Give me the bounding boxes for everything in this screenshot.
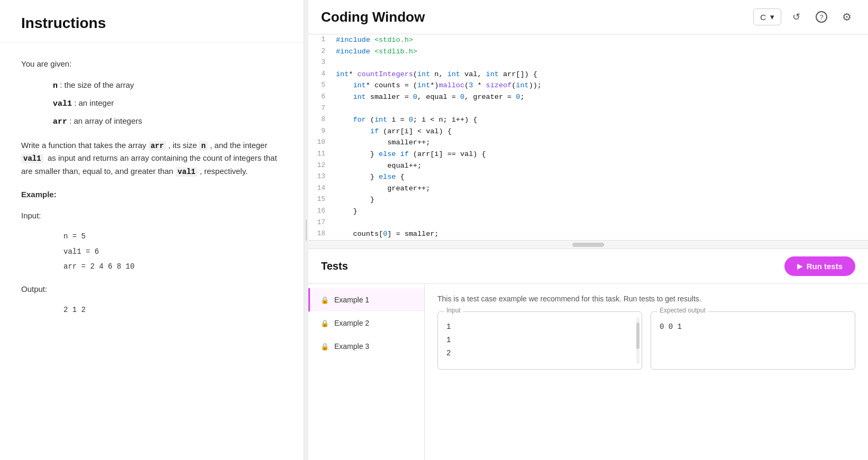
code-row: 6 int smaller = 0, equal = 0, greater = …: [308, 91, 868, 103]
code-row: 15 }: [308, 194, 868, 206]
horizontal-scrollbar[interactable]: [308, 241, 868, 249]
tests-header: Tests ▶ Run tests: [308, 249, 868, 284]
example-label-2: Example 2: [334, 319, 369, 327]
list-item: arr : an array of integers: [53, 115, 282, 128]
input-panel-label: Input: [444, 307, 463, 314]
input-value-val1: val1 = 6: [63, 246, 282, 257]
item-name-val1: val1: [53, 99, 72, 108]
reset-icon: ↺: [792, 11, 800, 23]
code-content: #include <stdlib.h>: [334, 46, 868, 58]
output-value: 2 1 2: [63, 304, 282, 316]
lock-icon-3: 🔒: [321, 343, 329, 351]
tests-body: 🔒 Example 1 🔒 Example 2 🔒 Example 3 This…: [308, 284, 868, 460]
code-val1: val1: [21, 154, 43, 163]
lock-icon-1: 🔒: [321, 296, 329, 304]
line-number: 3: [308, 57, 334, 69]
item-desc-arr: : an array of integers: [69, 116, 142, 125]
line-number: 10: [308, 137, 334, 149]
example-section: Example: Input: n = 5 val1 = 6 arr = 2 4…: [21, 188, 282, 316]
scroll-thumb: [572, 243, 604, 247]
code-content: [334, 57, 868, 69]
input-value-arr: arr = 2 4 6 8 10: [63, 261, 282, 272]
code-content: if (arr[i] < val) {: [334, 126, 868, 137]
main-container: Instructions You are given: n : the size…: [0, 0, 868, 460]
list-item: n : the size of the array: [53, 79, 282, 93]
lock-icon-2: 🔒: [321, 319, 329, 327]
line-number: 2: [308, 46, 334, 58]
code-row: 4int* countIntegers(int n, int val, int …: [308, 69, 868, 80]
instructions-panel: Instructions You are given: n : the size…: [0, 0, 304, 460]
line-number: 16: [308, 206, 334, 217]
code-editor[interactable]: 1#include <stdio.h>2#include <stdlib.h>3…: [308, 34, 868, 241]
expected-output-panel: Expected output 0 0 1: [651, 311, 855, 370]
line-number: 13: [308, 171, 334, 183]
code-row: 5 int* counts = (int*)malloc(3 * sizeof(…: [308, 80, 868, 91]
input-value-n: n = 5: [63, 231, 282, 242]
example-item-3[interactable]: 🔒 Example 3: [308, 335, 424, 358]
run-tests-button[interactable]: ▶ Run tests: [784, 256, 855, 276]
example-item-1[interactable]: 🔒 Example 1: [308, 288, 424, 311]
coding-header: Coding Window C ▾ ↺ ? ⚙: [308, 0, 868, 34]
code-content: equal++;: [334, 160, 868, 172]
code-content: } else {: [334, 171, 868, 183]
output-label: Output:: [21, 283, 282, 296]
io-panels: Input 112 Expected output 0 0 1: [437, 311, 855, 370]
code-row: 16 }: [308, 206, 868, 217]
code-row: 17: [308, 217, 868, 229]
code-row: 1#include <stdio.h>: [308, 34, 868, 46]
example-label-1: Example 1: [334, 296, 369, 304]
line-number: 9: [308, 126, 334, 137]
line-number: 8: [308, 114, 334, 126]
line-number: 15: [308, 194, 334, 206]
help-icon: ?: [816, 11, 827, 23]
help-button[interactable]: ?: [813, 8, 830, 25]
line-number: 17: [308, 217, 334, 229]
line-number: 6: [308, 91, 334, 103]
list-item: val1 : an integer: [53, 97, 282, 111]
code-row: 3: [308, 57, 868, 69]
input-value-line: 1: [446, 320, 633, 334]
item-name-n: n: [53, 81, 58, 90]
code-row: 7: [308, 103, 868, 115]
code-content: } else if (arr[i] == val) {: [334, 149, 868, 160]
code-content: #include <stdio.h>: [334, 34, 868, 46]
test-description: This is a test case example we recommend…: [437, 295, 855, 303]
example-label-3: Example 3: [334, 342, 369, 351]
input-value-line: 1: [446, 334, 633, 347]
code-arr: arr: [149, 141, 166, 151]
instructions-description: Write a function that takes the array ar…: [21, 139, 282, 178]
code-row: 18 counts[0] = smaller;: [308, 228, 868, 240]
instructions-title: Instructions: [21, 15, 282, 32]
reset-button[interactable]: ↺: [788, 8, 805, 25]
code-content: [334, 103, 868, 115]
code-content: }: [334, 194, 868, 206]
settings-button[interactable]: ⚙: [838, 8, 855, 25]
instructions-header: Instructions: [0, 0, 304, 43]
code-val1-2: val1: [176, 167, 198, 177]
tests-title: Tests: [321, 260, 784, 272]
example-label: Example:: [21, 188, 282, 201]
panel-divider[interactable]: [304, 0, 308, 460]
line-number: 1: [308, 34, 334, 46]
instructions-intro: You are given:: [21, 58, 282, 70]
chevron-down-icon: ▾: [770, 12, 774, 22]
code-row: 10 smaller++;: [308, 137, 868, 149]
expected-output-content: 0 0 1: [651, 312, 855, 342]
language-selector[interactable]: C ▾: [753, 8, 781, 25]
item-desc-n: : the size of the array: [60, 80, 134, 89]
input-scrollbar[interactable]: [636, 317, 639, 364]
code-content: for (int i = 0; i < n; i++) {: [334, 114, 868, 126]
code-n: n: [199, 141, 207, 151]
example-item-2[interactable]: 🔒 Example 2: [308, 311, 424, 335]
code-table: 1#include <stdio.h>2#include <stdlib.h>3…: [308, 34, 868, 240]
instructions-body: You are given: n : the size of the array…: [0, 43, 304, 339]
item-list: n : the size of the array val1 : an inte…: [53, 79, 282, 128]
gear-icon: ⚙: [842, 11, 852, 23]
code-row: 14 greater++;: [308, 183, 868, 195]
code-row: 12 equal++;: [308, 160, 868, 172]
input-panel: Input 112: [437, 311, 642, 370]
test-content: This is a test case example we recommend…: [425, 284, 868, 460]
code-row: 13 } else {: [308, 171, 868, 183]
input-panel-content: 112: [438, 312, 642, 369]
header-icons: ↺ ? ⚙: [788, 8, 855, 25]
